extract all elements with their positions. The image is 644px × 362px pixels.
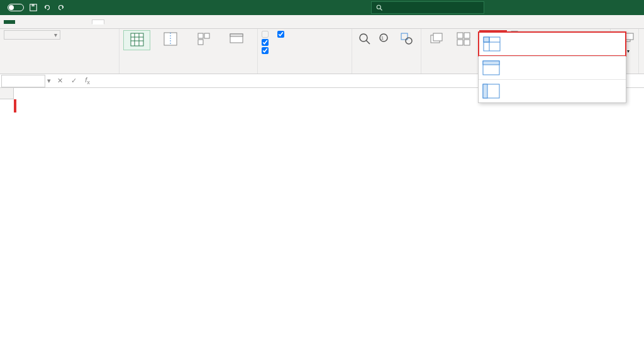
spreadsheet-grid[interactable] <box>0 88 644 362</box>
svg-point-2 <box>377 5 380 9</box>
svg-text:1: 1 <box>381 36 384 40</box>
exit-button <box>18 41 28 50</box>
tab-formulas[interactable] <box>54 20 65 24</box>
svg-rect-25 <box>464 33 470 38</box>
freeze-top-row-option[interactable] <box>479 56 626 79</box>
new-window-button[interactable] <box>425 30 448 49</box>
keep-icon <box>4 41 11 49</box>
tab-help[interactable] <box>106 20 117 24</box>
keep-button <box>4 41 13 50</box>
cancel-icon: ✕ <box>55 77 64 85</box>
tab-file[interactable] <box>4 20 15 24</box>
svg-rect-26 <box>457 40 463 45</box>
tab-data[interactable] <box>67 20 78 24</box>
tab-insert[interactable] <box>29 20 40 24</box>
svg-rect-40 <box>484 37 489 42</box>
enter-icon: ✓ <box>69 77 78 85</box>
svg-line-3 <box>380 9 382 11</box>
fx-icon[interactable]: fx <box>83 76 92 85</box>
new-button <box>33 41 42 50</box>
svg-rect-15 <box>230 34 243 36</box>
zoom-button[interactable] <box>356 30 374 49</box>
title-bar <box>0 0 644 15</box>
new-icon <box>33 41 40 49</box>
svg-rect-38 <box>626 33 633 40</box>
ruler-checkbox <box>262 30 271 38</box>
select-all-corner[interactable] <box>0 88 14 99</box>
custom-views-button[interactable] <box>219 30 253 49</box>
redo-icon[interactable] <box>57 3 65 12</box>
tab-view[interactable] <box>92 19 104 25</box>
tab-review[interactable] <box>79 20 91 24</box>
name-box[interactable] <box>1 75 45 87</box>
svg-point-21 <box>406 38 412 44</box>
group-show <box>262 72 348 74</box>
svg-rect-12 <box>204 33 209 38</box>
pagebreak-view-button[interactable] <box>153 30 187 49</box>
group-zoom <box>356 72 417 74</box>
svg-rect-46 <box>483 84 487 98</box>
arrange-all-button[interactable] <box>450 30 477 49</box>
sheet-view-dropdown[interactable]: ▾ <box>4 30 60 40</box>
tab-layout[interactable] <box>42 20 53 24</box>
gridlines-checkbox[interactable] <box>262 38 271 47</box>
ribbon-tabs <box>0 15 644 29</box>
freeze-col-icon <box>482 84 500 99</box>
search-box[interactable] <box>371 1 484 14</box>
tab-home[interactable] <box>16 20 28 24</box>
headings-checkbox[interactable] <box>277 30 287 38</box>
pagelayout-view-button[interactable] <box>191 30 218 49</box>
normal-view-button[interactable] <box>123 30 150 50</box>
freeze-panes-icon <box>483 36 501 52</box>
exit-icon <box>18 41 26 49</box>
freeze-panes-option[interactable] <box>478 31 626 57</box>
undo-icon[interactable] <box>43 3 52 12</box>
autosave-toggle[interactable] <box>5 4 24 11</box>
svg-rect-1 <box>31 4 34 7</box>
svg-rect-13 <box>198 40 203 45</box>
freeze-panes-dropdown <box>478 31 626 103</box>
save-icon[interactable] <box>29 3 38 12</box>
svg-rect-24 <box>457 33 463 38</box>
svg-rect-11 <box>198 33 203 38</box>
svg-rect-4 <box>131 33 143 46</box>
svg-line-17 <box>366 40 370 44</box>
group-sheet-views <box>4 72 115 74</box>
toggle-off-icon <box>8 4 24 11</box>
zoom-100-button[interactable]: 1 <box>376 30 394 49</box>
highlight-row-annotation <box>14 99 16 112</box>
group-wb-views <box>123 72 253 74</box>
formulabar-checkbox[interactable] <box>262 47 271 55</box>
freeze-top-icon <box>482 60 500 75</box>
ribbon: ▾ <box>0 29 644 74</box>
zoom-selection-button[interactable] <box>396 30 417 49</box>
namebox-dropdown-icon[interactable]: ▾ <box>45 77 53 85</box>
freeze-first-col-option[interactable] <box>479 79 626 102</box>
svg-rect-23 <box>433 33 442 41</box>
search-icon <box>375 4 383 11</box>
svg-rect-27 <box>464 40 470 45</box>
svg-rect-44 <box>483 61 499 65</box>
